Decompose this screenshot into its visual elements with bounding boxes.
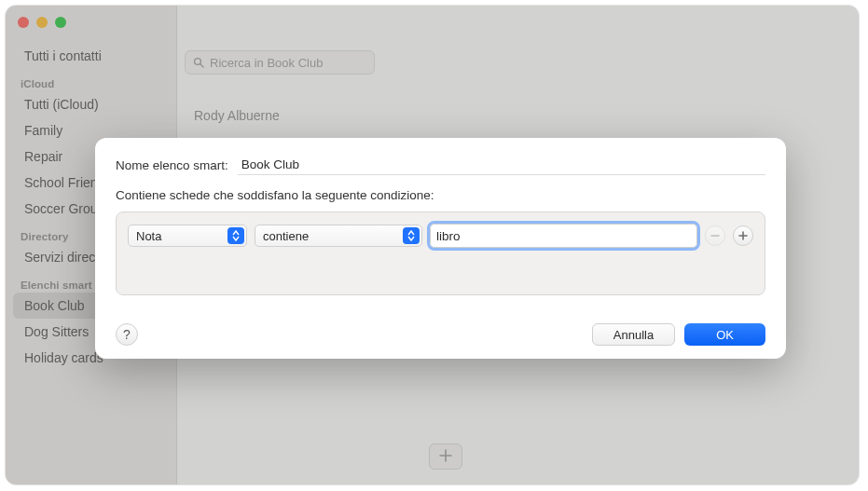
smart-list-name-label: Nome elenco smart:	[116, 158, 228, 172]
condition-box: Nota contiene	[116, 211, 765, 295]
updown-arrows-icon	[403, 227, 420, 244]
add-condition-button[interactable]	[733, 225, 753, 246]
smart-list-dialog: Nome elenco smart: Contiene schede che s…	[95, 138, 786, 359]
help-button[interactable]: ?	[116, 323, 138, 346]
remove-condition-button[interactable]	[705, 225, 725, 246]
updown-arrows-icon	[227, 227, 244, 244]
dialog-subtitle: Contiene schede che soddisfano la seguen…	[116, 188, 765, 202]
condition-operator-popup[interactable]: contiene	[255, 225, 422, 247]
ok-button[interactable]: OK	[684, 323, 765, 346]
smart-list-name-input[interactable]	[238, 155, 765, 175]
plus-icon	[738, 227, 748, 244]
minus-icon	[710, 227, 720, 244]
condition-operator-value: contiene	[263, 229, 309, 243]
dialog-footer: ? Annulla OK	[116, 323, 765, 346]
condition-field-value: Nota	[136, 229, 161, 243]
cancel-button[interactable]: Annulla	[592, 323, 675, 346]
condition-value-input[interactable]	[430, 224, 697, 248]
app-window: Tutti i contatti iCloud Tutti (iCloud) F…	[5, 5, 860, 485]
condition-field-popup[interactable]: Nota	[128, 225, 247, 247]
